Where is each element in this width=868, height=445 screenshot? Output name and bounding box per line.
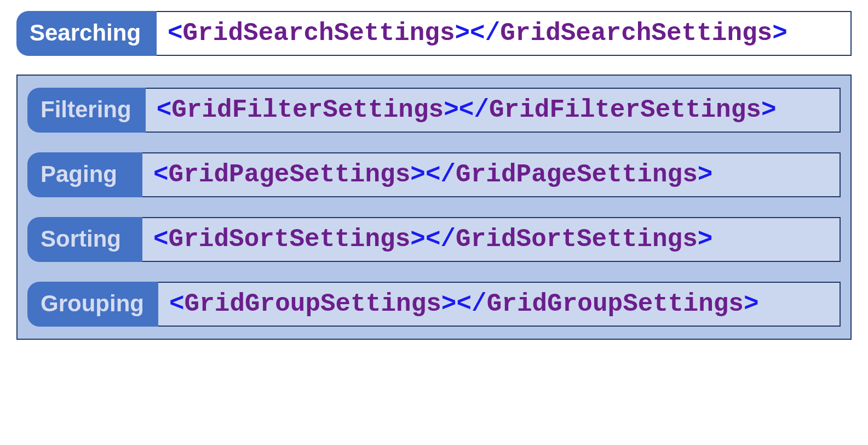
angle-close2: > (698, 161, 713, 189)
code-paging: <GridPageSettings></GridPageSettings> (142, 152, 841, 197)
angle-close: > (455, 19, 470, 48)
tag-close: GridFilterSettings (489, 96, 761, 124)
code-searching: <GridSearchSettings></GridSearchSettings… (157, 11, 852, 56)
angle-close2: > (761, 96, 777, 124)
angle-open: < (169, 290, 185, 318)
tag-open: GridSearchSettings (183, 19, 455, 48)
tag-open: GridFilterSettings (171, 96, 444, 124)
label-text: Sorting (41, 226, 121, 252)
label-grouping: Grouping (27, 282, 158, 327)
angle-close: > (410, 161, 426, 189)
tag-open: GridSortSettings (169, 225, 411, 254)
label-text: Grouping (41, 290, 144, 317)
angle-close: > (444, 96, 459, 124)
code-grouping: <GridGroupSettings></GridGroupSettings> (158, 282, 841, 327)
angle-close: > (441, 290, 457, 318)
code-filtering: <GridFilterSettings></GridFilterSettings… (146, 88, 841, 133)
label-text: Paging (41, 161, 117, 187)
code-snippet: <GridSortSettings></GridSortSettings> (153, 225, 712, 254)
angle-open-slash: </ (456, 290, 486, 318)
label-searching: Searching (16, 11, 157, 56)
tag-close: GridSearchSettings (500, 19, 772, 48)
angle-close2: > (698, 225, 713, 254)
angle-open-slash: </ (426, 225, 456, 254)
tag-open: GridPageSettings (169, 161, 411, 189)
angle-open-slash: </ (459, 96, 489, 124)
row-filtering: Filtering <GridFilterSettings></GridFilt… (27, 88, 841, 133)
label-paging: Paging (27, 152, 142, 197)
angle-close2: > (744, 290, 759, 318)
tag-close: GridPageSettings (456, 161, 698, 189)
tag-close: GridGroupSettings (487, 290, 744, 318)
angle-close: > (410, 225, 426, 254)
code-snippet: <GridFilterSettings></GridFilterSettings… (157, 96, 777, 124)
code-snippet: <GridSearchSettings></GridSearchSettings… (168, 19, 787, 48)
angle-open: < (168, 19, 183, 48)
code-snippet: <GridPageSettings></GridPageSettings> (153, 161, 712, 189)
code-snippet: <GridGroupSettings></GridGroupSettings> (169, 290, 759, 318)
code-sorting: <GridSortSettings></GridSortSettings> (142, 217, 841, 262)
angle-open-slash: </ (426, 161, 456, 189)
tag-open: GridGroupSettings (185, 290, 441, 318)
row-grouping: Grouping <GridGroupSettings></GridGroupS… (27, 282, 841, 327)
angle-open: < (157, 96, 172, 124)
label-sorting: Sorting (27, 217, 142, 262)
row-sorting: Sorting <GridSortSettings></GridSortSett… (27, 217, 841, 262)
row-searching: Searching <GridSearchSettings></GridSear… (16, 11, 852, 56)
label-text: Searching (30, 20, 141, 46)
angle-open: < (153, 161, 169, 189)
settings-group: Filtering <GridFilterSettings></GridFilt… (16, 75, 852, 340)
angle-open-slash: </ (470, 19, 500, 48)
angle-close2: > (772, 19, 787, 48)
diagram-root: Searching <GridSearchSettings></GridSear… (0, 0, 868, 351)
angle-open: < (153, 225, 169, 254)
row-paging: Paging <GridPageSettings></GridPageSetti… (27, 152, 841, 197)
label-text: Filtering (41, 96, 131, 123)
label-filtering: Filtering (27, 88, 146, 133)
tag-close: GridSortSettings (456, 225, 698, 254)
